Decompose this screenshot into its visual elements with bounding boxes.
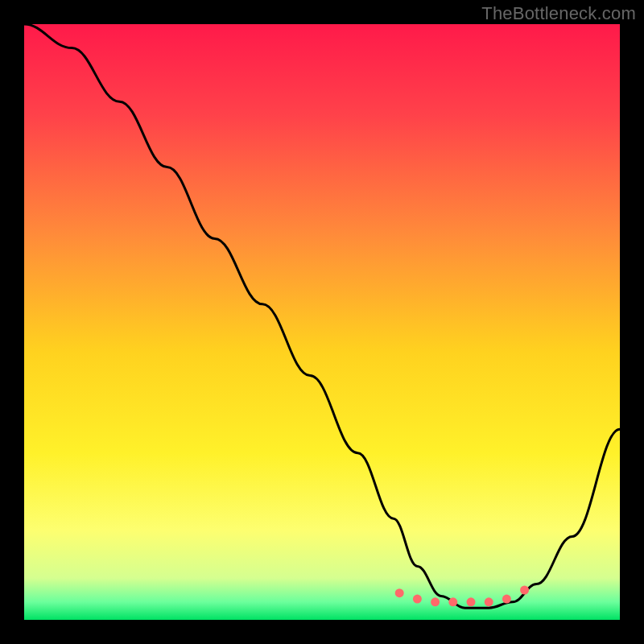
bottleneck-chart xyxy=(24,24,620,620)
marker-dot xyxy=(395,588,404,597)
watermark-text: TheBottleneck.com xyxy=(481,3,636,24)
marker-dot xyxy=(467,597,476,606)
marker-dot xyxy=(520,586,529,595)
gradient-background xyxy=(24,24,620,620)
marker-dot xyxy=(431,597,440,606)
marker-dot xyxy=(448,597,457,606)
marker-dot xyxy=(502,595,511,604)
marker-dot xyxy=(485,597,493,606)
marker-dot xyxy=(413,595,422,604)
chart-frame xyxy=(24,24,620,620)
